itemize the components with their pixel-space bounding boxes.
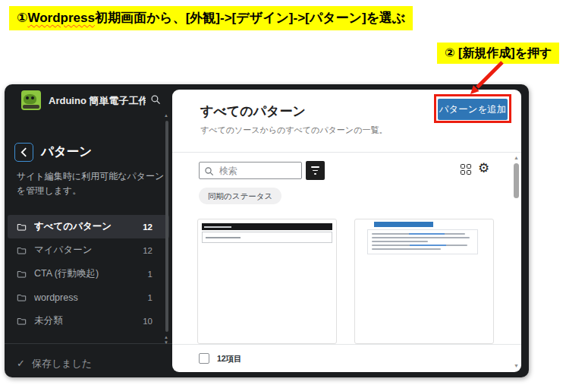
- save-status-label: 保存しました: [32, 355, 92, 373]
- scroll-up-icon[interactable]: ▲: [164, 113, 168, 118]
- card-preview-block: [367, 229, 478, 254]
- category-count: 12: [143, 222, 153, 232]
- folder-icon: [17, 245, 27, 255]
- search-input[interactable]: [199, 162, 302, 179]
- site-icon-detail: [23, 105, 39, 109]
- pattern-card[interactable]: [354, 219, 494, 344]
- folder-icon: [17, 316, 27, 326]
- category-count: 1: [148, 270, 153, 279]
- annotation-step1: ①Wordpress初期画面から、[外観]->[デザイン]->[パターン]を選ぶ: [9, 6, 413, 30]
- wordpress-site-editor-window: Arduino 簡単電子工作... パターン サイト編集時に利用可能なパターンを…: [5, 84, 529, 377]
- sidebar-scrollbar[interactable]: [165, 121, 168, 332]
- pattern-card[interactable]: [197, 219, 337, 344]
- back-button[interactable]: [14, 143, 33, 162]
- sidebar-category-item[interactable]: マイパターン 12: [8, 238, 169, 262]
- folder-icon: [17, 292, 27, 302]
- settings-gear-icon[interactable]: ⚙: [478, 160, 489, 176]
- select-all-checkbox[interactable]: [199, 353, 209, 364]
- annotation-step1-rest: 初期画面から、[外観]->[デザイン]->[パターン]を選ぶ: [95, 11, 406, 25]
- site-title[interactable]: Arduino 簡単電子工作...: [49, 94, 146, 108]
- category-label: マイパターン: [34, 244, 135, 257]
- category-count: 1: [148, 293, 153, 302]
- items-count-label: 12項目: [217, 353, 242, 364]
- page: ①Wordpress初期画面から、[外観]->[デザイン]->[パターン]を選ぶ…: [0, 0, 588, 385]
- save-status-button[interactable]: ✓ 保存しました: [17, 355, 92, 373]
- site-icon-detail: [31, 96, 34, 99]
- card-preview-title: [374, 222, 433, 227]
- patterns-panel: すべてのパターン すべてのソースからのすべてのパターンの一覧。 パターンを追加 …: [172, 90, 521, 372]
- annotation-step1-prefix: ①: [17, 11, 27, 25]
- site-icon[interactable]: [21, 90, 41, 110]
- category-label: すべてのパターン: [34, 220, 135, 233]
- search-icon[interactable]: [150, 94, 161, 108]
- sidebar-category-item[interactable]: wordpress 1: [8, 286, 169, 309]
- category-count: 12: [143, 246, 153, 255]
- filter-icon: [311, 166, 319, 168]
- annotation-step1-brand: Wordpress: [27, 11, 95, 25]
- page-subtitle: すべてのソースからのすべてのパターンの一覧。: [200, 125, 387, 136]
- folder-icon: [17, 269, 27, 279]
- card-preview-block: [202, 232, 332, 243]
- scroll-down-icon[interactable]: ▼: [514, 363, 519, 368]
- folder-icon: [17, 222, 27, 232]
- sidebar: Arduino 簡単電子工作... パターン サイト編集時に利用可能なパターンを…: [5, 84, 172, 377]
- pattern-categories-list: すべてのパターン 12 マイパターン 12: [5, 215, 172, 333]
- category-label: 未分類: [34, 314, 135, 327]
- content-scrollbar[interactable]: [514, 163, 519, 198]
- sidebar-category-item[interactable]: 未分類 10: [8, 309, 169, 333]
- sidebar-category-item[interactable]: すべてのパターン 12: [8, 215, 169, 238]
- scroll-down-icon[interactable]: ▼: [164, 340, 168, 345]
- chevron-left-icon: [20, 147, 27, 157]
- card-preview-header: [202, 223, 332, 230]
- footer-divider: [172, 344, 521, 345]
- annotation-arrow: [455, 56, 516, 99]
- scroll-up-icon[interactable]: ▲: [164, 335, 168, 339]
- category-label: CTA (行動喚起): [34, 267, 140, 280]
- site-icon-detail: [26, 96, 29, 99]
- check-icon: ✓: [17, 355, 25, 373]
- scroll-up-icon[interactable]: ▲: [514, 155, 519, 160]
- category-label: wordpress: [34, 292, 140, 303]
- grid-view-icon[interactable]: [461, 164, 471, 175]
- sidebar-category-item[interactable]: CTA (行動喚起) 1: [8, 262, 169, 286]
- sync-status-filter-chip[interactable]: 同期のステータス: [199, 188, 281, 204]
- site-icon-detail: [24, 94, 36, 104]
- sidebar-divider: [5, 343, 172, 344]
- filter-button[interactable]: [306, 161, 325, 180]
- header-divider: [172, 152, 521, 153]
- sidebar-heading: パターン: [41, 144, 92, 160]
- page-title: すべてのパターン: [200, 103, 306, 120]
- category-count: 10: [143, 317, 153, 326]
- annotation-highlight-box: [434, 94, 511, 123]
- sidebar-description: サイト編集時に利用可能なパターンを管理します。: [17, 169, 167, 197]
